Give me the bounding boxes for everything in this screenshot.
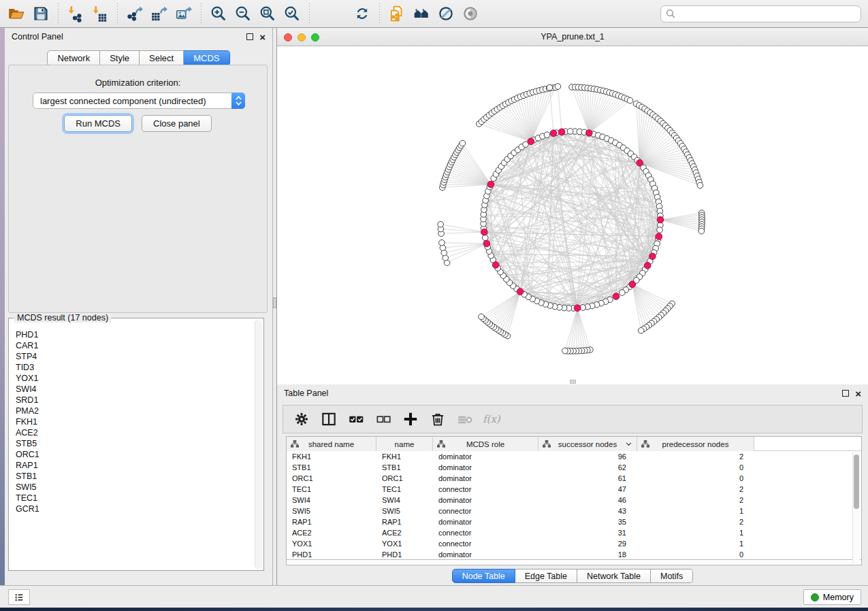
refresh-view-icon[interactable] — [350, 1, 374, 26]
table-row[interactable]: PHD1PHD1dominator180 — [287, 549, 861, 560]
table-cell: TEC1 — [376, 484, 433, 495]
splitter-grip[interactable] — [570, 380, 576, 384]
hide-graphics-details-icon[interactable] — [434, 1, 458, 26]
table-row[interactable]: ACE2ACE2connector311 — [287, 527, 861, 538]
list-item[interactable]: SRD1 — [16, 395, 251, 406]
import-network-icon[interactable] — [63, 1, 88, 26]
select-all-icon[interactable] — [344, 408, 368, 431]
column-header[interactable]: predecessor nodes — [637, 437, 754, 451]
list-item[interactable]: PHD1 — [16, 329, 251, 340]
tab-style[interactable]: Style — [100, 50, 140, 66]
table-row[interactable]: RAP1RAP1dominator352 — [287, 516, 861, 527]
tab-network[interactable]: Network — [47, 50, 100, 66]
table-cell: FKH1 — [376, 451, 433, 462]
close-window-icon[interactable] — [284, 33, 292, 42]
column-header[interactable]: name — [376, 437, 433, 451]
list-item[interactable]: YOX1 — [16, 373, 251, 384]
table-cell: 2 — [637, 495, 754, 506]
optimization-criterion-select[interactable]: largest connected component (undirected) — [33, 93, 245, 109]
table-row[interactable]: SWI5SWI5connector431 — [287, 506, 861, 516]
table-cell: dominator — [433, 462, 539, 473]
delete-column-icon[interactable] — [426, 408, 449, 431]
table-row[interactable]: STB1STB1dominator620 — [287, 462, 861, 473]
minimize-window-icon[interactable] — [298, 33, 306, 42]
vertical-splitter[interactable] — [272, 28, 277, 585]
network-graph[interactable] — [277, 46, 868, 379]
list-item[interactable]: STB5 — [16, 438, 251, 449]
tab-edge-table[interactable]: Edge Table — [515, 569, 577, 583]
task-history-button[interactable] — [8, 589, 30, 605]
list-item[interactable]: FKH1 — [16, 416, 251, 427]
birds-eye-view-icon[interactable] — [458, 1, 483, 26]
table-cell: PHD1 — [376, 549, 433, 560]
tab-mcds[interactable]: MCDS — [184, 50, 229, 66]
table-cell: connector — [433, 538, 539, 549]
list-item[interactable]: PMA2 — [16, 406, 251, 416]
open-file-icon[interactable] — [4, 1, 29, 26]
list-item[interactable]: RAP1 — [16, 460, 251, 471]
close-panel-icon[interactable]: × — [259, 32, 266, 42]
deselect-all-icon[interactable] — [372, 408, 395, 431]
list-item[interactable]: TID3 — [16, 362, 251, 373]
tab-motifs[interactable]: Motifs — [651, 569, 693, 583]
tab-node-table[interactable]: Node Table — [452, 569, 515, 583]
home-network-icon[interactable] — [409, 1, 434, 26]
column-header[interactable]: successor nodes — [539, 437, 637, 451]
table-row[interactable]: FKH1FKH1dominator962 — [287, 451, 861, 462]
export-network-icon[interactable] — [123, 1, 147, 26]
create-column-icon[interactable] — [399, 408, 422, 431]
zoom-in-icon[interactable] — [206, 1, 231, 26]
table-cell: dominator — [433, 549, 539, 560]
table-cell: 46 — [539, 495, 637, 506]
table-row[interactable]: ORC1ORC1dominator610 — [287, 473, 861, 484]
run-mcds-button[interactable]: Run MCDS — [64, 115, 132, 132]
show-columns-icon[interactable] — [317, 408, 340, 431]
main-toolbar — [0, 0, 868, 28]
svg-text:f(x): f(x) — [483, 413, 501, 425]
table-cell: ACE2 — [287, 527, 376, 538]
table-row[interactable]: SWI4SWI4dominator462 — [287, 495, 861, 506]
import-table-icon[interactable] — [88, 1, 112, 26]
close-panel-icon[interactable]: × — [855, 389, 861, 399]
list-item[interactable]: STP4 — [16, 351, 251, 362]
list-item[interactable]: CAR1 — [16, 340, 251, 351]
zoom-fit-icon[interactable] — [255, 1, 280, 26]
list-item[interactable]: SWI5 — [16, 482, 251, 493]
node-table: shared namenameMCDS rolesuccessor nodesp… — [286, 436, 862, 565]
float-panel-icon[interactable] — [842, 390, 849, 397]
column-header[interactable]: MCDS role — [433, 437, 539, 451]
search-input[interactable] — [660, 5, 861, 22]
list-item[interactable]: TEC1 — [16, 493, 251, 503]
table-row[interactable]: YOX1YOX1connector291 — [287, 538, 861, 549]
scrollbar-thumb[interactable] — [854, 455, 859, 509]
list-item[interactable]: STB1 — [16, 471, 251, 482]
table-cell: ORC1 — [376, 473, 433, 484]
table-tabs: Node TableEdge TableNetwork TableMotifs — [277, 569, 868, 583]
table-cell: 18 — [539, 549, 637, 560]
export-table-icon[interactable] — [147, 1, 172, 26]
zoom-selected-icon[interactable] — [280, 1, 304, 26]
attribute-settings-icon[interactable] — [290, 408, 313, 431]
tab-select[interactable]: Select — [140, 50, 184, 66]
save-session-icon[interactable] — [29, 1, 53, 26]
table-row[interactable]: TEC1TEC1connector472 — [287, 484, 861, 495]
column-header[interactable]: shared name — [287, 437, 376, 451]
tab-network-table[interactable]: Network Table — [577, 569, 651, 583]
network-canvas[interactable] — [277, 46, 868, 379]
export-image-icon[interactable] — [172, 1, 196, 26]
optimization-criterion-label: Optimization criterion: — [9, 78, 267, 88]
memory-button[interactable]: Memory — [803, 589, 861, 605]
maximize-window-icon[interactable] — [311, 33, 319, 42]
close-panel-button[interactable]: Close panel — [142, 115, 212, 132]
horizontal-splitter[interactable] — [277, 379, 868, 384]
list-item[interactable]: ACE2 — [16, 427, 251, 438]
mcds-result-scrollbar[interactable] — [255, 320, 262, 569]
splitter-grip[interactable] — [273, 297, 276, 308]
zoom-out-icon[interactable] — [231, 1, 255, 26]
table-scrollbar[interactable] — [852, 452, 860, 563]
list-item[interactable]: SWI4 — [16, 384, 251, 395]
float-panel-icon[interactable] — [246, 33, 253, 40]
list-item[interactable]: ORC1 — [16, 449, 251, 460]
list-item[interactable]: GCR1 — [16, 503, 251, 514]
share-network-file-icon[interactable] — [385, 1, 409, 26]
